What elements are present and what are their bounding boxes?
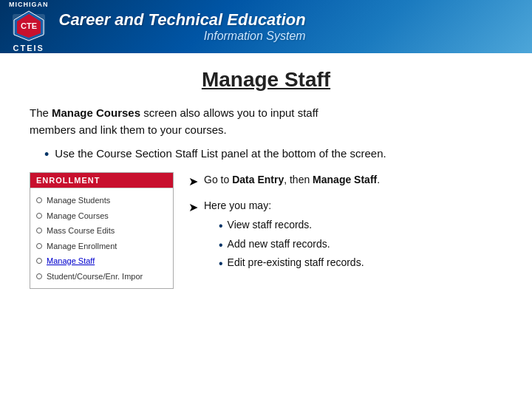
arrow1-bold-data-entry: Data Entry [232, 174, 284, 185]
svg-text:CTE: CTE [21, 21, 37, 30]
menu-label-manage-courses: Manage Courses [47, 210, 109, 222]
course-section-staff-list-label: Course Section Staff List [96, 147, 218, 160]
arrow-2-content: Here you may: • View staff records. • Ad… [204, 198, 364, 273]
enrollment-menu: Manage Students Manage Courses Mass Cour… [30, 188, 173, 288]
intro-text-pre: The [30, 106, 52, 119]
sub-bullet-1: • View staff records. [219, 216, 364, 236]
bullet-1-text: Use the Course Section Staff List panel … [55, 146, 386, 163]
lower-section: ENROLLMENT Manage Students Manage Course… [30, 172, 502, 289]
menu-circle-6 [36, 273, 42, 279]
menu-item-manage-students[interactable]: Manage Students [36, 193, 167, 208]
arrow1-post: . [377, 174, 380, 185]
sub-bullet-dot-2: • [219, 236, 223, 255]
cteis-logo-icon: CTE [11, 8, 47, 44]
arrow-item-1: ➤ Go to Data Entry, then Manage Staff. [188, 172, 502, 191]
sub-bullets-list: • View staff records. • Add new staff re… [219, 216, 364, 273]
logo-area: MICHIGAN CTE CTEIS [9, 1, 49, 52]
intro-text-line3: members and link them to your courses. [30, 123, 227, 136]
menu-item-student-course-enr[interactable]: Student/Course/Enr. Impor [36, 269, 167, 284]
sub-bullet-label-1: View staff records. [228, 216, 313, 233]
arrow-symbol-1: ➤ [188, 173, 198, 191]
arrow-item-2: ➤ Here you may: • View staff records. • … [188, 198, 502, 273]
menu-circle-5 [36, 258, 42, 264]
sub-bullet-3: • Edit pre-existing staff records. [219, 254, 364, 273]
sub-bullet-dot-1: • [219, 216, 223, 236]
arrow1-pre: Go to [204, 174, 232, 185]
menu-label-manage-staff: Manage Staff [47, 255, 95, 267]
sub-bullet-label-2: Add new staff records. [228, 236, 330, 252]
michigan-label: MICHIGAN [9, 1, 49, 8]
menu-circle-3 [36, 228, 42, 233]
enrollment-panel: ENROLLMENT Manage Students Manage Course… [30, 172, 174, 289]
sub-bullet-label-3: Edit pre-existing staff records. [228, 254, 364, 270]
arrow-symbol-2: ➤ [188, 199, 198, 216]
header-text: Career and Technical Education Informati… [59, 10, 306, 43]
menu-item-manage-enrollment[interactable]: Manage Enrollment [36, 239, 167, 254]
header: MICHIGAN CTE CTEIS Career and Technical … [0, 0, 532, 53]
bullet-1: • Use the Course Section Staff List pane… [44, 146, 502, 165]
header-title-sub: Information System [59, 30, 306, 43]
menu-label-student-course-enr: Student/Course/Enr. Impor [47, 270, 143, 283]
menu-label-manage-enrollment: Manage Enrollment [47, 240, 117, 253]
arrow-text-1: Go to Data Entry, then Manage Staff. [204, 172, 380, 188]
main-content: Manage Staff The Manage Courses screen a… [0, 53, 532, 301]
bullet1-pre: Use the [55, 147, 96, 160]
arrow2-pre: Here you may: [204, 200, 271, 211]
sub-bullet-dot-3: • [219, 254, 223, 273]
menu-label-manage-students: Manage Students [47, 194, 110, 207]
header-title-main: Career and Technical Education [59, 10, 306, 30]
intro-paragraph: The Manage Courses screen also allows yo… [30, 105, 502, 138]
enrollment-header: ENROLLMENT [30, 173, 173, 188]
menu-item-manage-courses[interactable]: Manage Courses [36, 208, 167, 224]
intro-bold-courses: Manage Courses [52, 106, 140, 119]
menu-circle-1 [36, 197, 42, 203]
cteis-label: CTEIS [13, 44, 44, 52]
menu-item-manage-staff[interactable]: Manage Staff [36, 253, 167, 269]
arrow1-mid: , then [284, 174, 313, 185]
page-title: Manage Staff [30, 68, 502, 92]
menu-label-mass-course-edits: Mass Course Edits [47, 225, 115, 237]
arrow1-bold-manage-staff: Manage Staff [313, 174, 377, 185]
menu-item-mass-course-edits[interactable]: Mass Course Edits [36, 223, 167, 239]
bullet1-post: panel at the bottom of the screen. [218, 147, 386, 160]
right-panel: ➤ Go to Data Entry, then Manage Staff. ➤… [188, 172, 502, 289]
menu-circle-2 [36, 213, 42, 219]
menu-circle-4 [36, 243, 42, 249]
intro-text-post: screen also allows you to input staff [140, 106, 318, 119]
sub-bullet-2: • Add new staff records. [219, 236, 364, 255]
bullet-dot-1: • [44, 145, 49, 165]
